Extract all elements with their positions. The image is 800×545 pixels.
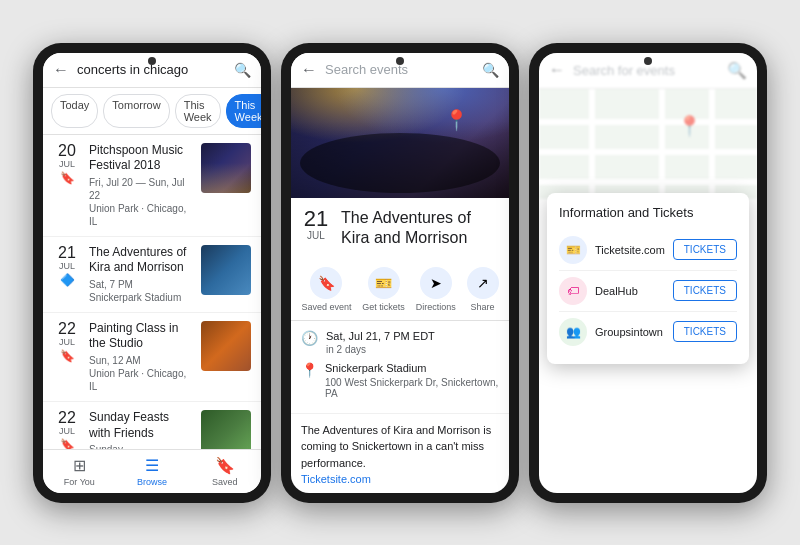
list-item[interactable]: 22 JUL 🔖 Painting Class in the Studio Su… xyxy=(43,313,261,402)
search-icon[interactable]: 🔍 xyxy=(234,62,251,78)
detail-date: 21 JUL xyxy=(301,208,331,241)
description-link[interactable]: Ticketsite.com xyxy=(301,473,371,485)
back-arrow-icon[interactable]: ← xyxy=(53,61,69,79)
back-arrow-icon[interactable]: ← xyxy=(301,61,317,79)
event-detail-header: 21 JUL The Adventures of Kira and Morris… xyxy=(291,198,509,260)
bookmark-icon: 🔷 xyxy=(53,273,81,287)
bg-back-arrow: ← xyxy=(549,61,565,79)
datetime-text: Sat, Jul 21, 7 PM EDT in 2 days xyxy=(326,329,435,355)
filter-tabs: Today Tomorrow This Week This Weekend xyxy=(43,88,261,135)
groupsintown-logo: 👥 xyxy=(559,318,587,346)
bg-search-text: Search for events xyxy=(573,63,727,78)
share-icon: ↗ xyxy=(467,267,499,299)
directions-icon: ➤ xyxy=(420,267,452,299)
bookmark-icon: 🔖 xyxy=(53,171,81,185)
filter-this-week[interactable]: This Week xyxy=(175,94,221,128)
search-bar-1: ← concerts in chicago 🔍 xyxy=(43,53,261,88)
painting-thumb-img xyxy=(201,321,251,371)
filter-today[interactable]: Today xyxy=(51,94,98,128)
venue-name: Snickerpark Stadium xyxy=(325,361,499,376)
dealhub-button[interactable]: TICKETS xyxy=(673,280,737,301)
map-pin-icon: 📍 xyxy=(444,108,469,132)
event-title: Painting Class in the Studio xyxy=(89,321,193,352)
phone-3-screen: ← Search for events 🔍 📍 2 xyxy=(539,53,757,493)
bg-search-bar: ← Search for events 🔍 xyxy=(539,53,757,89)
ticket-site-name: DealHub xyxy=(595,285,673,297)
event-info: Painting Class in the Studio Sun, 12 AMU… xyxy=(89,321,193,393)
get-tickets-button[interactable]: 🎫 Get tickets xyxy=(362,267,405,312)
ticketsite-button[interactable]: TICKETS xyxy=(673,239,737,260)
bg-search-icon: 🔍 xyxy=(727,61,747,80)
filter-tomorrow[interactable]: Tomorrow xyxy=(103,94,169,128)
venue-text: Snickerpark Stadium 100 West Snickerpark… xyxy=(325,361,499,398)
map-road xyxy=(539,119,757,125)
event-subtitle: Sat, 7 PMSnickerpark Stadium xyxy=(89,278,193,304)
ticket-row[interactable]: 👥 Groupsintown TICKETS xyxy=(559,312,737,352)
action-buttons: 🔖 Saved event 🎫 Get tickets ➤ Directions… xyxy=(291,259,509,321)
adventure-thumb-img xyxy=(201,245,251,295)
get-tickets-icon: 🎫 xyxy=(368,267,400,299)
search-bar-2: ← Search events 🔍 xyxy=(291,53,509,88)
map-road xyxy=(539,179,757,185)
nav-label: Browse xyxy=(137,477,167,487)
event-detail-title: The Adventures of Kira and Morrison xyxy=(341,208,499,250)
browse-icon: ☰ xyxy=(145,456,159,475)
phone-1-screen: ← concerts in chicago 🔍 Today Tomorrow T… xyxy=(43,53,261,493)
map-road-v xyxy=(589,89,595,199)
month-label: JUL xyxy=(53,337,81,347)
nav-browse[interactable]: ☰ Browse xyxy=(116,456,189,487)
groupsintown-button[interactable]: TICKETS xyxy=(673,321,737,342)
ticketsite-logo: 🎫 xyxy=(559,236,587,264)
phone-2-screen: ← Search events 🔍 xyxy=(291,53,509,493)
event-subtitle: Sun, 12 AMUnion Park · Chicago, IL xyxy=(89,354,193,393)
event-day: 21 xyxy=(301,208,331,230)
event-subtitle: Fri, Jul 20 — Sun, Jul 22Union Park · Ch… xyxy=(89,176,193,228)
event-date: 21 JUL 🔷 xyxy=(53,245,81,287)
venue-address: 100 West Snickerpark Dr, Snickertown, PA xyxy=(325,377,499,399)
event-title: Pitchspoon Music Festival 2018 xyxy=(89,143,193,174)
day-number: 20 xyxy=(53,143,81,159)
ticket-row[interactable]: 🏷 DealHub TICKETS xyxy=(559,271,737,312)
bottom-nav: ⊞ For You ☰ Browse 🔖 Saved xyxy=(43,449,261,493)
phone-3: ← Search for events 🔍 📍 2 xyxy=(529,43,767,503)
list-item[interactable]: 20 JUL 🔖 Pitchspoon Music Festival 2018 … xyxy=(43,135,261,237)
event-date: 22 JUL 🔖 xyxy=(53,410,81,452)
event-info: Pitchspoon Music Festival 2018 Fri, Jul … xyxy=(89,143,193,228)
directions-label: Directions xyxy=(416,302,456,312)
groupsintown-icon: 👥 xyxy=(566,325,581,339)
event-date: 22 JUL 🔖 xyxy=(53,321,81,363)
ticket-site-name: Ticketsite.com xyxy=(595,244,673,256)
search-icon[interactable]: 🔍 xyxy=(482,62,499,78)
share-button[interactable]: ↗ Share xyxy=(467,267,499,312)
phone-2: ← Search events 🔍 xyxy=(281,43,519,503)
svg-point-2 xyxy=(300,133,500,193)
event-list: 20 JUL 🔖 Pitchspoon Music Festival 2018 … xyxy=(43,135,261,475)
ticket-row[interactable]: 🎫 Ticketsite.com TICKETS xyxy=(559,230,737,271)
map-road-v xyxy=(659,89,665,199)
clock-icon: 🕐 xyxy=(301,330,318,346)
event-description: The Adventures of Kira and Morrison is c… xyxy=(291,414,509,493)
event-datetime: Sat, Jul 21, 7 PM EDT xyxy=(326,329,435,344)
list-item[interactable]: 21 JUL 🔷 The Adventures of Kira and Morr… xyxy=(43,237,261,313)
search-query[interactable]: concerts in chicago xyxy=(77,62,234,77)
map-road xyxy=(539,149,757,155)
day-number: 22 xyxy=(53,410,81,426)
save-event-button[interactable]: 🔖 Saved event xyxy=(301,267,351,312)
phone-1: ← concerts in chicago 🔍 Today Tomorrow T… xyxy=(33,43,271,503)
nav-saved[interactable]: 🔖 Saved xyxy=(188,456,261,487)
nav-label: For You xyxy=(64,477,95,487)
for-you-icon: ⊞ xyxy=(73,456,86,475)
day-number: 22 xyxy=(53,321,81,337)
search-placeholder[interactable]: Search events xyxy=(325,62,482,77)
event-title: The Adventures of Kira and Morrison xyxy=(89,245,193,276)
map-pin-icon: 📍 xyxy=(677,114,702,138)
event-date: 20 JUL 🔖 xyxy=(53,143,81,185)
crowd-overlay xyxy=(201,163,251,193)
directions-button[interactable]: ➤ Directions xyxy=(416,267,456,312)
nav-for-you[interactable]: ⊞ For You xyxy=(43,456,116,487)
tickets-popup: Information and Tickets 🎫 Ticketsite.com… xyxy=(547,193,749,364)
month-label: JUL xyxy=(53,426,81,436)
filter-this-weekend[interactable]: This Weekend xyxy=(226,94,261,128)
datetime-row: 🕐 Sat, Jul 21, 7 PM EDT in 2 days xyxy=(301,329,499,355)
description-text: The Adventures of Kira and Morrison is c… xyxy=(301,424,491,469)
